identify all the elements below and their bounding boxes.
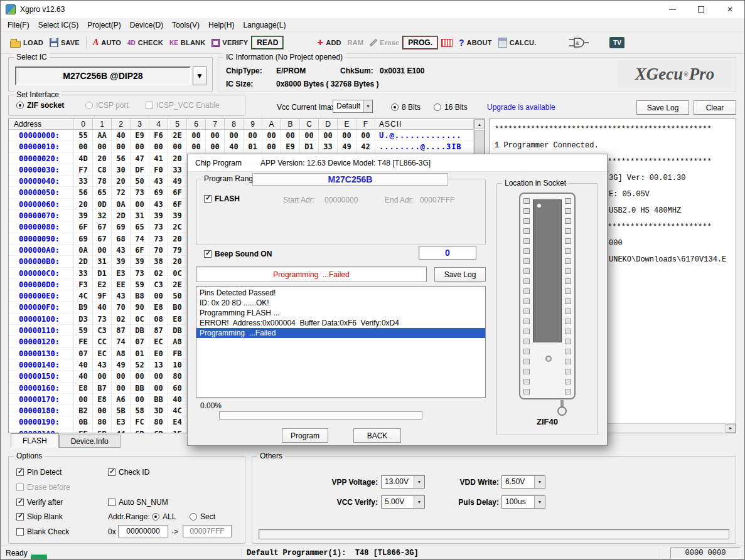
hex-byte[interactable]: 56 bbox=[74, 187, 93, 198]
tv-icon-button[interactable]: TV bbox=[609, 37, 624, 48]
hex-byte[interactable]: 00 bbox=[225, 130, 244, 141]
hex-ascii[interactable]: ........@....3IB bbox=[375, 141, 474, 152]
flash-checkbox[interactable]: FLASH bbox=[204, 194, 240, 203]
hex-byte[interactable]: 40 bbox=[93, 302, 112, 313]
selected-ic-display[interactable]: M27C256B @DIP28 bbox=[15, 66, 191, 85]
hex-byte[interactable]: A6 bbox=[112, 394, 131, 405]
hex-byte[interactable]: 49 bbox=[168, 176, 187, 187]
hex-byte[interactable]: E3 bbox=[112, 416, 131, 428]
icsp-port-radio[interactable]: ICSP port bbox=[85, 101, 129, 110]
menu-tools[interactable]: Tools(V) bbox=[168, 18, 204, 31]
blank-check-checkbox[interactable]: Blank Check bbox=[16, 527, 69, 536]
hex-byte[interactable]: 01 bbox=[244, 141, 262, 152]
hex-byte[interactable]: 3D bbox=[149, 405, 168, 416]
hex-byte[interactable]: 47 bbox=[131, 153, 149, 164]
hex-byte[interactable]: 69 bbox=[74, 233, 93, 245]
hex-byte[interactable]: 42 bbox=[356, 141, 375, 152]
hex-byte[interactable]: 2D bbox=[74, 256, 93, 267]
hex-byte[interactable]: 10 bbox=[168, 359, 187, 371]
range-from-input[interactable]: 00000000 bbox=[118, 525, 168, 537]
hex-byte[interactable]: B0 bbox=[168, 302, 187, 313]
chip-icon-button[interactable] bbox=[438, 34, 456, 51]
hex-byte[interactable]: 40 bbox=[225, 141, 244, 152]
hex-byte[interactable]: 80 bbox=[168, 371, 187, 382]
vcc-verify-select[interactable]: 5.00V bbox=[381, 495, 425, 509]
vdd-write-select[interactable]: 6.50V bbox=[501, 475, 545, 489]
hex-byte[interactable]: 2C bbox=[168, 221, 187, 233]
maximize-button[interactable] bbox=[687, 1, 716, 18]
hex-byte[interactable]: EE bbox=[112, 279, 131, 290]
hex-byte[interactable]: 00 bbox=[262, 130, 281, 141]
dialog-log-line[interactable]: Programming FLASH ... bbox=[196, 308, 485, 318]
hex-byte[interactable]: 70 bbox=[112, 302, 131, 313]
save-log-button[interactable]: Save Log bbox=[636, 100, 689, 115]
hex-byte[interactable]: 6D bbox=[131, 428, 149, 433]
menu-help[interactable]: Help(H) bbox=[204, 18, 239, 31]
hex-byte[interactable]: 00 bbox=[131, 371, 149, 382]
hex-byte[interactable]: 08 bbox=[149, 314, 168, 325]
dialog-log-line[interactable]: Pins Detected Passed! bbox=[196, 288, 485, 298]
hex-byte[interactable]: 00 bbox=[281, 130, 300, 141]
hex-byte[interactable]: C3 bbox=[149, 279, 168, 290]
hex-byte[interactable]: 00 bbox=[93, 245, 112, 256]
menu-file[interactable]: File(F) bbox=[3, 18, 34, 31]
hex-byte[interactable]: 30 bbox=[112, 164, 131, 176]
hex-byte[interactable]: 4C bbox=[168, 405, 187, 416]
hex-byte[interactable]: 39 bbox=[74, 210, 93, 221]
hex-byte[interactable]: 00 bbox=[74, 141, 93, 152]
hex-byte[interactable]: 59 bbox=[131, 279, 149, 290]
hex-byte[interactable]: D1 bbox=[300, 141, 319, 152]
menu-project[interactable]: Project(P) bbox=[83, 18, 125, 31]
addr-range-all-radio[interactable]: ALL bbox=[152, 512, 176, 521]
hex-byte[interactable]: 5B bbox=[93, 428, 112, 433]
calcu-button[interactable]: CALCU. bbox=[495, 34, 540, 51]
hex-byte[interactable]: 90 bbox=[131, 302, 149, 313]
hex-byte[interactable]: DB bbox=[168, 325, 187, 336]
hex-ascii[interactable]: U.@............. bbox=[375, 130, 474, 141]
hex-byte[interactable]: 0A bbox=[112, 199, 131, 210]
hex-byte[interactable]: 20 bbox=[168, 256, 187, 267]
hex-byte[interactable]: 20 bbox=[93, 153, 112, 164]
hex-byte[interactable]: F7 bbox=[74, 164, 93, 176]
hex-byte[interactable]: 73 bbox=[131, 268, 149, 279]
dialog-log-line[interactable]: ID: 0x 20 8D ......OK! bbox=[196, 298, 485, 308]
auto-button[interactable]: A AUTO bbox=[90, 34, 124, 51]
hex-byte[interactable]: 40 bbox=[74, 359, 93, 371]
hex-byte[interactable]: 31 bbox=[131, 210, 149, 221]
dialog-title-bar[interactable]: Chip Program APP Version: 12.63 Device M… bbox=[188, 154, 607, 172]
menu-device[interactable]: Device(D) bbox=[126, 18, 168, 31]
hex-byte[interactable]: 00 bbox=[300, 130, 319, 141]
hex-byte[interactable]: 20 bbox=[168, 233, 187, 245]
hex-byte[interactable]: 33 bbox=[168, 164, 187, 176]
hex-byte[interactable]: 56 bbox=[112, 153, 131, 164]
hex-byte[interactable]: 44 bbox=[112, 428, 131, 433]
hex-byte[interactable]: EC bbox=[149, 336, 168, 347]
hex-byte[interactable]: 87 bbox=[149, 325, 168, 336]
hex-byte[interactable]: 43 bbox=[93, 359, 112, 371]
hex-byte[interactable]: 52 bbox=[131, 359, 149, 371]
minimize-button[interactable] bbox=[658, 1, 687, 18]
hex-byte[interactable]: 00 bbox=[131, 394, 149, 405]
scroll-up-icon[interactable] bbox=[474, 119, 485, 129]
hex-byte[interactable]: 0C bbox=[131, 314, 149, 325]
beep-sound-checkbox[interactable]: Beep Sound ON bbox=[204, 250, 272, 258]
hex-byte[interactable]: CD bbox=[149, 428, 168, 433]
hex-byte[interactable]: 0D bbox=[93, 199, 112, 210]
prog-button[interactable]: PROG. bbox=[402, 36, 438, 50]
hex-byte[interactable]: 33 bbox=[74, 176, 93, 187]
hex-byte[interactable]: D1 bbox=[93, 268, 112, 279]
hex-byte[interactable]: E8 bbox=[74, 383, 93, 394]
hex-byte[interactable]: 6F bbox=[74, 221, 93, 233]
hex-byte[interactable]: 31 bbox=[93, 256, 112, 267]
hex-byte[interactable]: 67 bbox=[93, 233, 112, 245]
clear-button[interactable]: Clear bbox=[694, 100, 736, 115]
hex-byte[interactable]: 00 bbox=[356, 130, 375, 141]
hex-byte[interactable]: 43 bbox=[112, 245, 131, 256]
hex-byte[interactable]: 33 bbox=[319, 141, 338, 152]
hex-byte[interactable]: 50 bbox=[131, 176, 149, 187]
menu-language[interactable]: Language(L) bbox=[239, 18, 290, 31]
hex-byte[interactable]: AA bbox=[93, 130, 112, 141]
auto-sn-checkbox[interactable]: Auto SN_NUM bbox=[108, 498, 168, 507]
upgrade-link[interactable]: Upgrade is available bbox=[487, 103, 555, 112]
hex-byte[interactable]: 00 bbox=[112, 141, 131, 152]
